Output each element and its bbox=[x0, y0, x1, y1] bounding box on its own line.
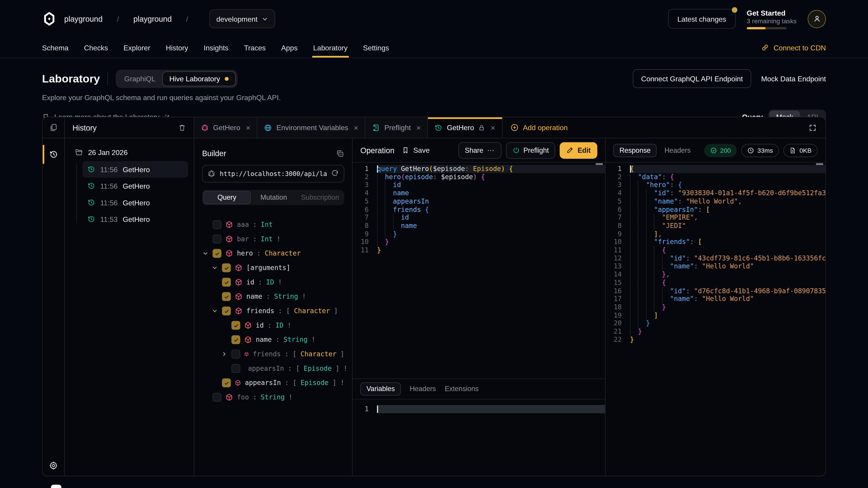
history-rail-button[interactable] bbox=[43, 144, 64, 165]
code-line: 3"hero": { bbox=[606, 181, 825, 189]
field-checkbox[interactable] bbox=[222, 306, 231, 315]
close-icon[interactable]: × bbox=[491, 123, 495, 132]
builder-field-row[interactable]: appearsIn: [Episode]! bbox=[202, 376, 344, 390]
tab-gethero-1[interactable]: GetHero× bbox=[194, 117, 258, 138]
chevron-down-icon[interactable] bbox=[212, 308, 217, 314]
builder-field-row[interactable]: foo: String! bbox=[202, 390, 344, 404]
nav-item-laboratory[interactable]: Laboratory bbox=[305, 38, 355, 58]
field-checkbox[interactable] bbox=[213, 220, 221, 229]
field-checkbox[interactable] bbox=[222, 263, 231, 272]
op-type-subscription[interactable]: Subscription bbox=[297, 191, 343, 204]
chevron-right-icon[interactable] bbox=[221, 351, 227, 357]
operation-panel: Operation Save Share⋯ bbox=[352, 138, 606, 476]
get-started-widget[interactable]: Get Started 3 remaining tasks bbox=[747, 8, 797, 29]
breadcrumb-project[interactable]: playground bbox=[133, 14, 172, 23]
nav-item-checks[interactable]: Checks bbox=[76, 38, 116, 58]
nav-item-insights[interactable]: Insights bbox=[196, 38, 236, 58]
bookmark-icon bbox=[402, 147, 409, 154]
builder-field-row[interactable]: id: ID! bbox=[202, 275, 344, 289]
tab-preflight[interactable]: Preflight× bbox=[366, 117, 428, 138]
documents-panel-button[interactable] bbox=[43, 117, 65, 138]
code-line: 2hero(episode: $episode) { bbox=[352, 173, 605, 181]
builder-field-row[interactable]: id: ID! bbox=[202, 318, 344, 332]
chevron-down-icon[interactable] bbox=[212, 265, 217, 270]
op-type-mutation[interactable]: Mutation bbox=[251, 191, 297, 204]
breadcrumb-org[interactable]: playground bbox=[64, 14, 103, 23]
tab-response[interactable]: Response bbox=[613, 144, 657, 157]
add-operation-button[interactable]: Add operation bbox=[502, 117, 576, 138]
save-button[interactable]: Save bbox=[402, 146, 430, 155]
tab-headers[interactable]: Headers bbox=[410, 385, 436, 393]
close-icon[interactable]: × bbox=[246, 123, 250, 132]
builder-field-row[interactable]: aaa: Int bbox=[202, 217, 344, 232]
field-checkbox[interactable] bbox=[231, 335, 240, 344]
close-icon[interactable]: × bbox=[416, 123, 421, 132]
clear-history-button[interactable] bbox=[178, 124, 186, 131]
mock-endpoint-button[interactable]: Mock Data Endpoint bbox=[761, 74, 826, 83]
variables-editor[interactable]: 1 bbox=[352, 399, 605, 413]
field-checkbox[interactable] bbox=[231, 321, 240, 330]
nav-item-apps[interactable]: Apps bbox=[274, 38, 305, 58]
history-icon bbox=[88, 182, 95, 190]
latest-changes-button[interactable]: Latest changes bbox=[668, 9, 736, 29]
toast-pill[interactable] bbox=[51, 485, 61, 488]
builder-field-row[interactable]: [arguments] bbox=[202, 260, 344, 275]
tab-variables[interactable]: Variables bbox=[360, 382, 401, 396]
nav-item-explorer[interactable]: Explorer bbox=[116, 38, 158, 58]
field-checkbox[interactable] bbox=[213, 393, 221, 402]
fullscreen-button[interactable] bbox=[800, 117, 826, 138]
breadcrumb-separator: / bbox=[186, 15, 188, 23]
field-checkbox[interactable] bbox=[222, 292, 231, 301]
builder-field-row[interactable]: name: String! bbox=[202, 332, 344, 347]
field-checkbox[interactable] bbox=[213, 249, 221, 258]
history-item[interactable]: 11:53GetHero bbox=[83, 211, 188, 227]
builder-field-row[interactable]: bar: Int! bbox=[202, 232, 344, 246]
connect-endpoint-button[interactable]: Connect GraphQL API Endpoint bbox=[633, 69, 751, 88]
builder-field-row[interactable]: appearsIn: [Episode]! bbox=[202, 361, 344, 376]
nav-item-traces[interactable]: Traces bbox=[236, 38, 274, 58]
builder-field-row[interactable]: friends: [Character] bbox=[202, 347, 344, 361]
mode-graphiql[interactable]: GraphiQL bbox=[118, 72, 162, 86]
builder-field-row[interactable]: hero: Character bbox=[202, 246, 344, 261]
settings-rail-button[interactable] bbox=[49, 461, 58, 470]
field-checkbox[interactable] bbox=[231, 350, 240, 359]
history-item[interactable]: 11:56GetHero bbox=[83, 177, 188, 194]
field-checkbox[interactable] bbox=[222, 379, 231, 387]
tab-environment-variables[interactable]: Environment Variables× bbox=[258, 117, 366, 138]
history-item[interactable]: 11:56GetHero bbox=[83, 194, 188, 211]
plus-circle-icon bbox=[510, 123, 519, 132]
tab-response-headers[interactable]: Headers bbox=[664, 147, 691, 154]
tab-gethero-active[interactable]: GetHero × bbox=[428, 117, 502, 138]
response-code-viewer[interactable]: 1{2"data": {3"hero": {4"id": "93038304-0… bbox=[606, 163, 825, 476]
builder-field-row[interactable]: friends: [Character] bbox=[202, 304, 344, 318]
connect-to-cdn-link[interactable]: Connect to CDN bbox=[761, 38, 834, 58]
history-icon bbox=[88, 165, 95, 173]
nav-item-history[interactable]: History bbox=[158, 38, 196, 58]
nav-item-settings[interactable]: Settings bbox=[355, 38, 397, 58]
builder-field-row[interactable]: name: String! bbox=[202, 289, 344, 304]
field-checkbox[interactable] bbox=[231, 364, 240, 373]
edit-button[interactable]: Edit bbox=[560, 142, 597, 158]
close-icon[interactable]: × bbox=[354, 123, 358, 132]
endpoint-url-input[interactable]: http://localhost:3000/api/lab/playground bbox=[202, 165, 344, 183]
operation-code-editor[interactable]: 1query GetHero($episode: Episode) {2hero… bbox=[352, 163, 605, 379]
field-checkbox[interactable] bbox=[213, 234, 221, 243]
collapse-panel-button[interactable] bbox=[336, 149, 344, 158]
tab-extensions[interactable]: Extensions bbox=[445, 385, 479, 393]
files-icon bbox=[49, 123, 58, 132]
target-select[interactable]: development bbox=[209, 9, 275, 28]
edit-icon bbox=[566, 147, 574, 154]
history-date-group[interactable]: 26 Jan 2026 bbox=[70, 146, 188, 159]
hive-logo-icon[interactable] bbox=[42, 11, 57, 26]
mode-hive-laboratory[interactable]: Hive Laboratory bbox=[162, 71, 236, 86]
op-type-query[interactable]: Query bbox=[203, 191, 251, 204]
size-badge: 0KB bbox=[783, 144, 817, 157]
preflight-button[interactable]: Preflight bbox=[506, 142, 555, 158]
nav-item-schema[interactable]: Schema bbox=[34, 38, 76, 58]
user-avatar[interactable] bbox=[808, 10, 826, 28]
share-button[interactable]: Share⋯ bbox=[458, 142, 501, 158]
history-item[interactable]: 11:56GetHero bbox=[83, 161, 188, 177]
chevron-down-icon[interactable] bbox=[203, 251, 208, 256]
refresh-icon[interactable] bbox=[331, 170, 339, 177]
field-checkbox[interactable] bbox=[222, 278, 231, 287]
